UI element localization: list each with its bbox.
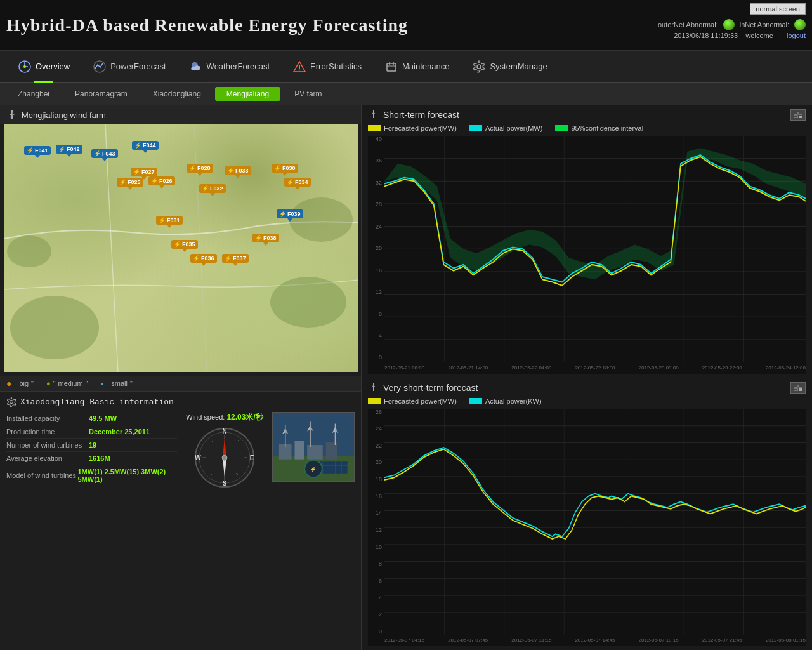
forecasted-power-label: Forecasted power(MW) bbox=[384, 124, 457, 132]
welcome-text: welcome bbox=[745, 32, 773, 39]
capacity-value: 49.5 MW bbox=[89, 415, 117, 422]
legend-actual-power: Actual power(MW) bbox=[469, 124, 542, 132]
vst-x-axis: 2012-05-07 04:15 2012-05-07 07:45 2012-0… bbox=[384, 637, 806, 646]
wind-speed-val: 12.03米/秒 bbox=[226, 413, 263, 421]
svg-rect-55 bbox=[799, 112, 802, 114]
nav-overview-label: Overview bbox=[36, 62, 70, 71]
info-row-model: Model of wind turbines 1MW(1) 2.5MW(15) … bbox=[6, 465, 177, 486]
legend-big-label: big bbox=[19, 380, 29, 387]
tab-panoramagram[interactable]: Panoramagram bbox=[63, 87, 139, 101]
production-value: December 25,2011 bbox=[89, 428, 150, 435]
tab-xiaodongliang[interactable]: Xiaodongliang bbox=[141, 87, 213, 101]
map-section: Mengjialiang wind farm bbox=[0, 105, 361, 392]
svg-point-14 bbox=[270, 277, 346, 328]
map-header: Mengjialiang wind farm bbox=[0, 105, 361, 124]
turbine-f036[interactable]: ⚡F036 bbox=[190, 254, 217, 263]
nav-item-power-forecast[interactable]: PowerForecast bbox=[81, 51, 177, 83]
overview-icon bbox=[18, 60, 32, 74]
tab-pv-farm[interactable]: PV farm bbox=[283, 87, 333, 101]
nav-item-overview[interactable]: Overview bbox=[6, 51, 81, 83]
short-term-expand-btn[interactable] bbox=[790, 109, 806, 121]
svg-point-6 bbox=[299, 69, 300, 70]
datetime-row: 2013/06/18 11:19:33 welcome | logout bbox=[658, 32, 806, 39]
turbine-f043[interactable]: ⚡F043 bbox=[91, 149, 118, 158]
app-title: Hybrid-DA based Renewable Energy Forecas… bbox=[6, 15, 408, 36]
logout-link[interactable]: logout bbox=[787, 32, 806, 39]
turbine-f044[interactable]: ⚡F044 bbox=[132, 141, 159, 150]
tab-zhangbei[interactable]: Zhangbei bbox=[6, 87, 61, 101]
svg-text:W: W bbox=[195, 454, 201, 461]
info-table: Installed capacity 49.5 MW Production ti… bbox=[6, 412, 177, 489]
turbine-f030[interactable]: ⚡F030 bbox=[272, 164, 298, 173]
turbine-f025[interactable]: ⚡F025 bbox=[117, 178, 143, 187]
wind-speed-prefix: Wind speed: bbox=[186, 413, 225, 421]
turbine-f041[interactable]: ⚡F041 bbox=[24, 146, 51, 155]
legend-small-quote: " bbox=[106, 380, 108, 387]
farm-photo: ⚡ bbox=[272, 412, 355, 482]
svg-rect-56 bbox=[794, 116, 797, 118]
in-net-icon bbox=[794, 19, 806, 30]
svg-point-16 bbox=[7, 235, 51, 267]
vst-svg bbox=[384, 409, 806, 635]
normal-screen-button[interactable]: normal screen bbox=[750, 3, 806, 15]
map-legend: ● " big " ● " medium " ● " small " bbox=[0, 376, 361, 391]
turbine-f037[interactable]: ⚡F037 bbox=[222, 254, 249, 263]
svg-rect-40 bbox=[326, 442, 337, 460]
tab-mengjialiang[interactable]: Mengjialiang bbox=[215, 87, 280, 101]
very-short-term-expand-btn[interactable] bbox=[790, 382, 806, 394]
nav-item-maintenance[interactable]: Maintenance bbox=[373, 51, 461, 83]
svg-point-1 bbox=[23, 65, 26, 68]
main-content: Mengjialiang wind farm bbox=[0, 105, 812, 650]
turbine-f032[interactable]: ⚡F032 bbox=[199, 184, 226, 193]
short-term-y-axis: 4036322824 201612840 bbox=[368, 136, 384, 361]
actual-power-color bbox=[469, 125, 482, 131]
info-row-production: Production time December 25,2011 bbox=[6, 425, 177, 439]
turbine-f027[interactable]: ⚡F027 bbox=[131, 168, 157, 176]
svg-rect-77 bbox=[799, 385, 802, 387]
nav-item-error-statistics[interactable]: ErrorStatistics bbox=[281, 51, 373, 83]
datetime: 2013/06/18 11:19:33 bbox=[674, 32, 738, 39]
weather-forecast-icon bbox=[189, 60, 203, 74]
svg-rect-54 bbox=[794, 112, 797, 114]
turbine-f028[interactable]: ⚡F028 bbox=[187, 164, 213, 173]
turbine-f038[interactable]: ⚡F038 bbox=[252, 234, 279, 242]
maintenance-icon bbox=[384, 60, 398, 74]
very-short-term-chart-title: Very short-term forecast bbox=[368, 382, 478, 394]
basic-info-section: Xiaodongliang Basic information Installe… bbox=[0, 392, 361, 650]
outer-net-label: outerNet Abnormal: bbox=[658, 21, 718, 29]
svg-point-34 bbox=[222, 455, 227, 460]
turbine-f033[interactable]: ⚡F033 bbox=[225, 166, 251, 175]
legend-small-label: small bbox=[111, 380, 128, 387]
farm-photo-svg: ⚡ bbox=[273, 412, 354, 482]
legend-vst-actual-power: Actual power(KW) bbox=[469, 397, 542, 405]
legend-medium-quote: " bbox=[53, 380, 56, 387]
turbine-f042[interactable]: ⚡F042 bbox=[56, 145, 82, 154]
legend-confidence-interval: 95%confidence interval bbox=[555, 124, 643, 132]
nav-bar: Overview PowerForecast WeatherForecast bbox=[0, 51, 812, 83]
info-grid: Installed capacity 49.5 MW Production ti… bbox=[6, 412, 355, 489]
svg-rect-76 bbox=[794, 385, 797, 387]
turbines-value: 19 bbox=[89, 441, 96, 449]
vst-forecasted-color bbox=[368, 398, 381, 404]
legend-forecasted-power: Forecasted power(MW) bbox=[368, 124, 457, 132]
turbine-f031[interactable]: ⚡F031 bbox=[156, 216, 183, 225]
turbine-f026[interactable]: ⚡F026 bbox=[148, 176, 175, 185]
turbine-f039[interactable]: ⚡F039 bbox=[277, 209, 303, 218]
short-term-chart-header: Short-term forecast bbox=[368, 109, 806, 121]
nav-error-statistics-label: ErrorStatistics bbox=[310, 62, 362, 71]
info-row-capacity: Installed capacity 49.5 MW bbox=[6, 412, 177, 425]
svg-rect-39 bbox=[307, 445, 323, 460]
very-short-term-legend: Forecasted power(MW) Actual power(KW) bbox=[368, 397, 806, 405]
nav-item-weather-forecast[interactable]: WeatherForecast bbox=[178, 51, 281, 83]
very-short-term-chart-header: Very short-term forecast bbox=[368, 382, 806, 394]
svg-rect-57 bbox=[799, 116, 802, 118]
left-panel: Mengjialiang wind farm bbox=[0, 105, 362, 650]
map-container[interactable]: ⚡F027 ⚡F026 ⚡F025 ⚡F028 ⚡F033 ⚡F030 bbox=[4, 124, 358, 372]
compass-svg: N S W E bbox=[193, 426, 256, 489]
turbine-f035[interactable]: ⚡F035 bbox=[171, 240, 198, 249]
nav-item-system-manage[interactable]: SystemManage bbox=[461, 51, 558, 83]
turbine-f034[interactable]: ⚡F034 bbox=[284, 178, 311, 187]
vst-actual-label: Actual power(KW) bbox=[485, 397, 542, 405]
tab-bar: Zhangbei Panoramagram Xiaodongliang Meng… bbox=[0, 83, 812, 105]
confidence-label: 95%confidence interval bbox=[571, 124, 643, 132]
